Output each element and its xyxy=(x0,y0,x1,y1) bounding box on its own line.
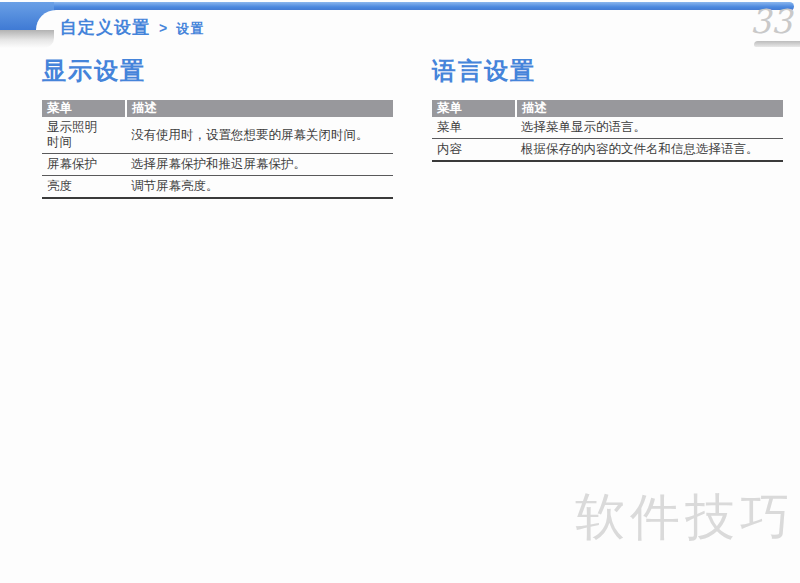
column-header-description: 描述 xyxy=(126,100,393,117)
column-header-menu: 菜单 xyxy=(42,100,126,117)
table-header-row: 菜单 描述 xyxy=(42,100,393,117)
breadcrumb: 自定义设置 > 设置 xyxy=(60,16,204,39)
menu-cell-menu-language: 菜单 xyxy=(432,117,516,139)
description-cell: 调节屏幕亮度。 xyxy=(126,176,393,199)
section-display-settings: 显示设置 菜单 描述 显示照明 时间 没有使用时，设置您想要的屏幕关闭时间。 屏… xyxy=(42,55,393,199)
section-language-settings: 语言设置 菜单 描述 菜单 选择菜单显示的语言。 内容 根据保存的内容的文件名和… xyxy=(432,55,783,162)
menu-cell-brightness: 亮度 xyxy=(42,176,126,199)
column-header-menu: 菜单 xyxy=(432,100,516,117)
header-tab-shadow xyxy=(0,30,54,48)
table-row: 内容 根据保存的内容的文件名和信息选择语言。 xyxy=(432,139,783,162)
language-settings-table: 菜单 描述 菜单 选择菜单显示的语言。 内容 根据保存的内容的文件名和信息选择语… xyxy=(432,100,783,162)
description-cell: 没有使用时，设置您想要的屏幕关闭时间。 xyxy=(126,117,393,154)
menu-cell-backlight-time: 显示照明 时间 xyxy=(42,117,126,154)
table-header-row: 菜单 描述 xyxy=(432,100,783,117)
display-settings-table: 菜单 描述 显示照明 时间 没有使用时，设置您想要的屏幕关闭时间。 屏幕保护 选… xyxy=(42,100,393,199)
menu-cell-screen-saver: 屏幕保护 xyxy=(42,154,126,176)
column-header-description: 描述 xyxy=(516,100,783,117)
page-number: 33 xyxy=(750,4,792,40)
manual-page: 自定义设置 > 设置 33 显示设置 菜单 描述 显示照明 时间 没有使用时，设… xyxy=(0,0,800,583)
section-title-display: 显示设置 xyxy=(42,55,393,87)
menu-cell-content-language: 内容 xyxy=(432,139,516,162)
table-row: 屏幕保护 选择屏幕保护和推迟屏幕保护。 xyxy=(42,154,393,176)
breadcrumb-subsection-label: 设置 xyxy=(176,20,204,38)
table-row: 菜单 选择菜单显示的语言。 xyxy=(432,117,783,139)
page-number-shadow xyxy=(754,41,800,47)
watermark-text: 软件技巧 xyxy=(575,490,795,545)
table-row: 亮度 调节屏幕亮度。 xyxy=(42,176,393,199)
description-cell: 选择屏幕保护和推迟屏幕保护。 xyxy=(126,154,393,176)
breadcrumb-section-label: 自定义设置 xyxy=(60,16,150,39)
breadcrumb-separator: > xyxy=(159,20,167,36)
table-row: 显示照明 时间 没有使用时，设置您想要的屏幕关闭时间。 xyxy=(42,117,393,154)
description-cell: 根据保存的内容的文件名和信息选择语言。 xyxy=(516,139,783,162)
description-cell: 选择菜单显示的语言。 xyxy=(516,117,783,139)
section-title-language: 语言设置 xyxy=(432,55,783,87)
